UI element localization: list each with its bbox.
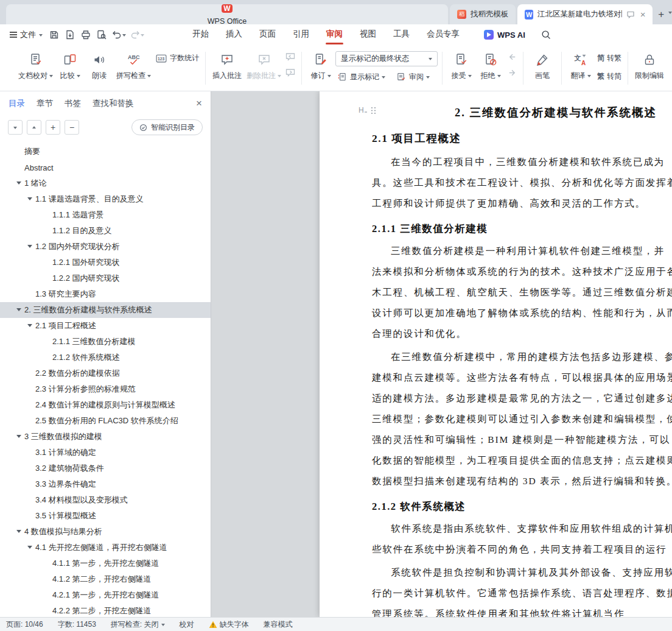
toc-item[interactable]: 摘要 bbox=[0, 144, 211, 160]
toc-item[interactable]: 4.1 先开挖左侧隧道，再开挖右侧隧道 bbox=[0, 540, 211, 555]
tab-list-chevron-icon[interactable] bbox=[668, 12, 672, 16]
translate-button[interactable]: 文A 翻译 bbox=[566, 49, 595, 86]
toc-item[interactable]: 3.1 计算域的确定 bbox=[0, 445, 211, 460]
word-count-button[interactable]: 123 字数统计 bbox=[153, 51, 201, 66]
reject-button[interactable]: 拒绝 bbox=[476, 49, 505, 86]
sidebar-tab-目录[interactable]: 目录 bbox=[9, 91, 25, 116]
compare-button[interactable]: 比较 bbox=[55, 49, 85, 86]
word-count-indicator[interactable]: 字数: 11453 bbox=[58, 619, 96, 630]
toc-item[interactable]: 2.2 数值分析的建模依据 bbox=[0, 365, 211, 381]
redo-button[interactable] bbox=[128, 27, 145, 42]
toc-item[interactable]: 3.3 边界条件确定 bbox=[0, 476, 211, 492]
new-tab-button[interactable]: + bbox=[656, 7, 666, 22]
print-button[interactable] bbox=[79, 27, 93, 42]
to-traditional-button[interactable]: 简 转繁 bbox=[595, 51, 623, 66]
export-pdf-button[interactable] bbox=[63, 27, 77, 42]
menu-tab-页面[interactable]: 页面 bbox=[251, 24, 284, 45]
toc-item[interactable]: 2.1 项目工程概述 bbox=[0, 318, 211, 334]
toc-item[interactable]: 1.1 课题选题背景、目的及意义 bbox=[0, 191, 211, 207]
missing-font-warning[interactable]: 缺失字体 bbox=[209, 619, 249, 630]
next-change-icon bbox=[505, 67, 519, 79]
tab-docer-templates[interactable]: 稻 找稻壳模板 bbox=[450, 4, 516, 24]
print-preview-button[interactable] bbox=[94, 27, 109, 42]
toc-item[interactable]: 1.2.1 国外研究现状 bbox=[0, 255, 211, 270]
insert-comment-button[interactable]: 插入批注 bbox=[210, 49, 244, 86]
collapse-level-button[interactable]: − bbox=[65, 120, 79, 135]
toc-caret-icon[interactable] bbox=[16, 180, 24, 187]
toc-item[interactable]: 2. 三维数值分析建模与软件系统概述 bbox=[0, 302, 211, 318]
toc-item[interactable]: 1.3 研究主要内容 bbox=[0, 286, 211, 302]
toc-item[interactable]: 4 数值模拟与结果分析 bbox=[0, 524, 211, 540]
toc-item[interactable]: 1.2.2 国内研究现状 bbox=[0, 270, 211, 286]
sidebar-tab-查找和替换[interactable]: 查找和替换 bbox=[93, 91, 134, 116]
toc-item[interactable]: 2.1.2 软件系统概述 bbox=[0, 350, 211, 365]
toc-item[interactable]: 1.1.1 选题背景 bbox=[0, 207, 211, 223]
menu-tab-工具[interactable]: 工具 bbox=[385, 24, 418, 45]
save-button[interactable] bbox=[47, 27, 61, 42]
toc-caret-icon[interactable] bbox=[27, 243, 35, 250]
tab-document[interactable]: W 江北区某新建电力铁塔对隧道 × bbox=[517, 4, 653, 24]
undo-chevron-icon[interactable] bbox=[122, 34, 126, 38]
doc-proofread-button[interactable]: 文档校对 bbox=[16, 49, 55, 86]
menu-tab-插入[interactable]: 插入 bbox=[217, 24, 251, 45]
menu-tab-开始[interactable]: 开始 bbox=[184, 24, 217, 45]
toc-item[interactable]: 1.1.2 目的及意义 bbox=[0, 223, 211, 239]
toc-item[interactable]: 2.4 数值计算的建模原则与计算模型概述 bbox=[0, 397, 211, 413]
collapse-all-button[interactable] bbox=[8, 120, 23, 135]
read-aloud-button[interactable]: 朗读 bbox=[85, 49, 114, 86]
menu-tab-会员专享[interactable]: 会员专享 bbox=[418, 24, 468, 45]
doc-permission-button[interactable]: 文档 bbox=[667, 49, 672, 86]
menu-tab-审阅[interactable]: 审阅 bbox=[318, 24, 351, 45]
show-markup-button[interactable]: 显示标记 bbox=[335, 70, 387, 85]
file-menu-button[interactable]: 文件 bbox=[6, 29, 46, 40]
toc-caret-icon[interactable] bbox=[27, 322, 35, 330]
toc-caret-icon[interactable] bbox=[16, 528, 24, 535]
compatibility-mode-indicator[interactable]: 兼容模式 bbox=[264, 619, 293, 630]
pen-button[interactable]: 画笔 bbox=[528, 49, 557, 86]
page-indicator[interactable]: 页面: 10/46 bbox=[6, 619, 43, 630]
paragraph-drag-handle-icon[interactable]: H bbox=[359, 105, 379, 116]
to-simplified-button[interactable]: 繁 转简 bbox=[595, 69, 623, 84]
sidebar-tab-章节[interactable]: 章节 bbox=[37, 91, 53, 116]
toc-caret-icon[interactable] bbox=[27, 196, 35, 203]
toc-item[interactable]: 2.1.1 三维数值分析建模 bbox=[0, 334, 211, 350]
menu-tab-视图[interactable]: 视图 bbox=[351, 24, 385, 45]
accept-button[interactable]: 接受 bbox=[447, 49, 476, 86]
toc-item[interactable]: 4.2.2 第二步，开挖左侧隧道 bbox=[0, 603, 211, 617]
expand-level-button[interactable]: + bbox=[46, 120, 60, 135]
document-page[interactable]: H 2. 三维数值分析建模与软件系统概述 2.1 项目工程概述在当今的工程项目中… bbox=[320, 91, 672, 617]
expand-all-button[interactable] bbox=[27, 120, 41, 135]
smart-toc-button[interactable]: 智能识别目录 bbox=[131, 119, 203, 135]
spellcheck-toggle[interactable]: 拼写检查: 关闭 bbox=[111, 619, 165, 630]
plus-icon: + bbox=[51, 123, 55, 132]
toc-item[interactable]: 1.2 国内外研究现状分析 bbox=[0, 239, 211, 255]
toc-caret-icon[interactable] bbox=[16, 306, 24, 314]
spell-check-button[interactable]: ABC 拼写检查 bbox=[114, 49, 153, 86]
wps-ai-button[interactable]: WPS AI bbox=[484, 30, 525, 40]
toc-item[interactable]: 3.5 计算模型概述 bbox=[0, 508, 211, 524]
toc-caret-icon[interactable] bbox=[27, 544, 35, 551]
restrict-editing-button[interactable]: 限制编辑 bbox=[632, 49, 667, 86]
proofread-button[interactable]: 校对 bbox=[180, 619, 194, 630]
sidebar-close-icon[interactable]: × bbox=[196, 97, 202, 110]
toc-item[interactable]: 4.2.1 第一步，先开挖右侧隧道 bbox=[0, 587, 211, 603]
toc-item[interactable]: 1 绪论 bbox=[0, 175, 211, 191]
toc-item[interactable]: 4.1.2 第二步，开挖右侧隧道 bbox=[0, 571, 211, 587]
markup-state-dropdown[interactable]: 显示标记的最终状态 bbox=[335, 51, 438, 66]
toc-caret-icon[interactable] bbox=[16, 433, 24, 440]
toc-item[interactable]: Abstract bbox=[0, 160, 211, 175]
tab-close-icon[interactable]: × bbox=[640, 10, 646, 19]
toc-item[interactable]: 3 三维数值模拟的建模 bbox=[0, 429, 211, 445]
undo-button[interactable] bbox=[110, 27, 127, 42]
toc-item[interactable]: 3.2 建筑物荷载条件 bbox=[0, 460, 211, 476]
toc-item[interactable]: 2.5 数值分析用的 FLAC3D 软件系统介绍 bbox=[0, 413, 211, 429]
menu-tab-引用[interactable]: 引用 bbox=[284, 24, 318, 45]
toc-item[interactable]: 3.4 材料模型以及变形模式 bbox=[0, 492, 211, 508]
review-options-button[interactable]: 审阅 bbox=[394, 70, 432, 85]
sidebar-tab-书签[interactable]: 书签 bbox=[65, 91, 81, 116]
track-changes-button[interactable]: 修订 bbox=[306, 49, 335, 86]
toc-item[interactable]: 2.3 计算分析参照的标准规范 bbox=[0, 381, 211, 397]
tab-wps-office[interactable]: W WPS Office bbox=[6, 4, 448, 24]
search-button[interactable] bbox=[539, 27, 553, 42]
toc-item[interactable]: 4.1.1 第一步，先开挖左侧隧道 bbox=[0, 555, 211, 571]
